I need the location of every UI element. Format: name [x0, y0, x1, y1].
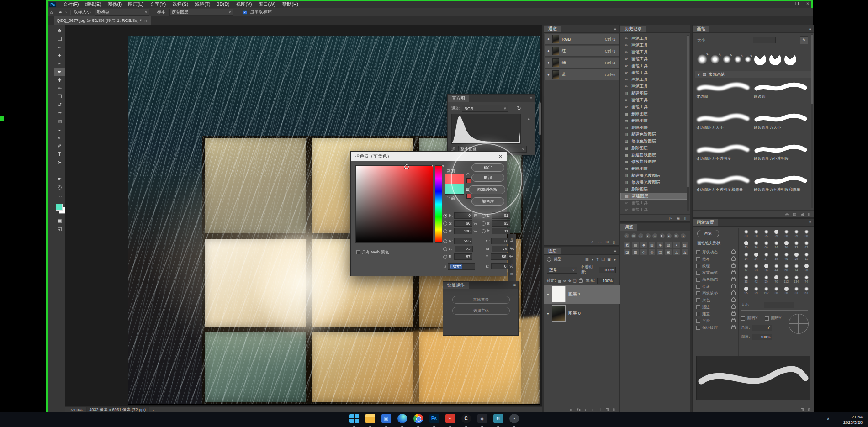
- visibility-eye-icon[interactable]: ●: [547, 37, 550, 41]
- lock-icon[interactable]: [731, 285, 736, 288]
- history-step[interactable]: ▤ 修改色阶图层: [620, 138, 691, 145]
- lock-icon[interactable]: [731, 292, 736, 295]
- hue-slider[interactable]: [435, 165, 442, 243]
- brush-option-row[interactable]: 画笔笔势: [694, 290, 738, 297]
- option-checkbox[interactable]: [696, 257, 700, 261]
- b-field[interactable]: 100: [454, 228, 472, 234]
- option-checkbox[interactable]: [696, 298, 700, 302]
- warning-icon[interactable]: ▲: [527, 116, 531, 121]
- layer-filter-icon[interactable]: ●: [614, 258, 616, 262]
- k-field[interactable]: 0: [491, 263, 508, 269]
- panel-menu-icon[interactable]: ≡: [530, 96, 532, 100]
- panel-menu-icon[interactable]: ≡: [513, 283, 516, 287]
- edit-toolbar-button[interactable]: ⋯: [54, 192, 65, 200]
- s-radio[interactable]: [443, 221, 447, 226]
- history-step[interactable]: ✏ 画笔工具: [620, 200, 691, 206]
- brush-tip-preset[interactable]: 23: [751, 264, 761, 275]
- adjustment-icon[interactable]: ◍: [674, 233, 679, 238]
- minimize-icon[interactable]: —: [783, 1, 788, 6]
- history-step[interactable]: ✏ 画笔工具: [620, 104, 691, 111]
- c-field[interactable]: 0: [491, 238, 508, 244]
- layer-filter-icon[interactable]: ❏: [601, 258, 604, 262]
- brush-tip-preset[interactable]: 27: [761, 253, 771, 264]
- adjustment-preset-icon[interactable]: ◩: [624, 242, 630, 248]
- tool-button[interactable]: ➤: [54, 158, 65, 166]
- option-checkbox[interactable]: [696, 250, 700, 254]
- tab-history[interactable]: 历史记录: [620, 26, 646, 32]
- brush-option-row[interactable]: 杂色: [694, 297, 738, 304]
- tool-button[interactable]: ↺: [54, 100, 65, 109]
- hue-slider-arrow-right[interactable]: ◂: [442, 164, 444, 168]
- brush-option-row[interactable]: 保护纹理: [694, 324, 738, 331]
- layer-filter-icon[interactable]: ◐: [592, 258, 594, 262]
- brush-option-row[interactable]: 传递: [694, 283, 738, 290]
- brush-tip-preset[interactable]: 25: [771, 230, 781, 241]
- recent-brush[interactable]: [697, 54, 707, 64]
- visibility-eye-icon[interactable]: ●: [547, 292, 549, 296]
- tool-button[interactable]: ✐: [54, 142, 65, 150]
- tool-button[interactable]: ✚: [54, 76, 65, 84]
- tool-button[interactable]: ☛: [54, 174, 65, 183]
- visibility-eye-icon[interactable]: ●: [547, 311, 549, 316]
- brush-tip-preset[interactable]: 14: [791, 264, 801, 275]
- channel-row[interactable]: ● 绿 Ctrl+4: [545, 58, 619, 69]
- brush-tip-preset[interactable]: 25: [791, 230, 801, 241]
- close-icon[interactable]: ✕: [806, 1, 810, 6]
- g-radio[interactable]: [443, 247, 447, 251]
- m-field[interactable]: 79: [492, 246, 509, 252]
- panel-menu-icon[interactable]: ≡: [614, 248, 616, 253]
- brush-preset[interactable]: 柔边圆压力不透明度和流量: [696, 173, 754, 204]
- layer-name[interactable]: 图层 1: [568, 291, 581, 297]
- adjustment-preset-icon[interactable]: ◫: [657, 249, 663, 255]
- channel-row[interactable]: ● 红 Ctrl+3: [545, 46, 619, 57]
- option-checkbox[interactable]: [696, 264, 700, 268]
- tool-button[interactable]: ▨: [54, 117, 65, 125]
- recent-brush[interactable]: [745, 56, 751, 63]
- lock-icon[interactable]: [731, 312, 736, 316]
- color-field[interactable]: [355, 165, 433, 243]
- layer-row[interactable]: ● 图层 1: [544, 285, 621, 304]
- visibility-eye-icon[interactable]: ●: [547, 73, 550, 77]
- b2-field[interactable]: 87: [454, 253, 472, 260]
- history-step[interactable]: ▤ 删除图层: [620, 117, 691, 124]
- brush-tip-preset[interactable]: 95: [741, 287, 751, 298]
- taskbar-app-icon[interactable]: Ps: [428, 414, 440, 426]
- histogram-channel-select[interactable]: RGB ∨: [462, 105, 508, 112]
- tool-button[interactable]: ❐: [54, 92, 65, 100]
- roundness-field[interactable]: 100%: [752, 334, 772, 340]
- layer-filter-icon[interactable]: T: [597, 258, 599, 262]
- h-field[interactable]: 0: [454, 212, 472, 219]
- tool-button[interactable]: ✏: [54, 84, 65, 92]
- s-field[interactable]: 66: [454, 220, 472, 227]
- recent-brush[interactable]: [754, 53, 766, 65]
- brush-tip-preset[interactable]: 192: [761, 287, 771, 298]
- brush-settings-footer-icon[interactable]: ⊞: [800, 407, 804, 412]
- recent-brush[interactable]: [784, 53, 796, 65]
- brush-group-row[interactable]: ∨ ▤ 常规画笔: [695, 71, 812, 78]
- dock-strip-icon[interactable]: ▦: [510, 272, 514, 276]
- history-step[interactable]: ▤ 新建曝光度图层: [620, 172, 691, 179]
- tab-quick-actions[interactable]: 快速操作: [443, 282, 469, 289]
- brush-tip-preset[interactable]: 14: [741, 253, 751, 264]
- r-radio[interactable]: [443, 239, 447, 243]
- adjustment-preset-icon[interactable]: ◕: [673, 242, 680, 248]
- brush-tip-preset[interactable]: 33: [791, 241, 801, 253]
- lock-icon[interactable]: [731, 326, 736, 329]
- brush-tip-preset[interactable]: 134: [791, 275, 801, 287]
- history-footer-icon[interactable]: ◉: [677, 216, 680, 221]
- brush-option-row[interactable]: 形状动态: [694, 249, 738, 256]
- visibility-eye-icon[interactable]: ●: [547, 61, 550, 65]
- brush-tip-preset[interactable]: 17: [741, 264, 751, 275]
- menu-item[interactable]: 图像(I): [104, 1, 125, 8]
- layer-thumbnail[interactable]: [552, 305, 566, 322]
- r-field[interactable]: 255: [454, 238, 472, 244]
- visibility-eye-icon[interactable]: ●: [547, 49, 550, 53]
- brush-option-row[interactable]: 建立: [694, 311, 738, 317]
- tool-button[interactable]: ▱: [54, 109, 65, 117]
- history-step[interactable]: ✏ 画笔工具: [620, 83, 691, 90]
- panel-menu-icon[interactable]: ≡: [614, 26, 616, 31]
- recent-brush[interactable]: [769, 53, 781, 65]
- history-step[interactable]: ▤ 修改曲线图层: [620, 158, 691, 165]
- lock-icon[interactable]: [731, 258, 736, 261]
- adjustment-icon[interactable]: ▥: [631, 233, 636, 238]
